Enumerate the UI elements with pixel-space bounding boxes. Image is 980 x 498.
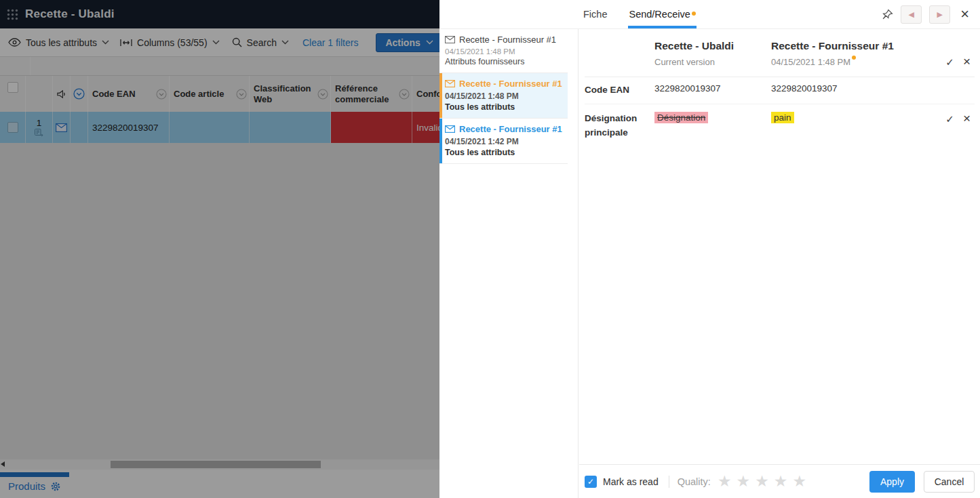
list-item[interactable]: Recette - Fournisseur #1 04/15/2021 1:48… <box>439 29 568 73</box>
compare-pane: Recette - Ubaldi Current version Recette… <box>579 29 980 464</box>
active-tab-underline <box>628 26 696 28</box>
compare-right-version: Recette - Fournisseur #1 04/15/2021 1:48… <box>771 40 933 67</box>
envelope-icon <box>445 125 455 133</box>
notification-dot <box>692 12 696 16</box>
tab-fiche[interactable]: Fiche <box>583 0 607 28</box>
panel-tab-bar: Fiche Send/Receive ◀ ▶ × <box>439 0 980 29</box>
panel-footer: ✓ Mark as read Quality: ★ ★ ★ ★ ★ Apply … <box>579 464 980 498</box>
compare-row-designation: Désignation principale Désignation pain … <box>585 104 975 146</box>
reject-all-icon[interactable]: × <box>963 56 971 68</box>
cancel-button[interactable]: Cancel <box>924 471 975 493</box>
left-version-subtitle: Current version <box>654 57 771 67</box>
attribute-label: Désignation principale <box>585 112 654 140</box>
dimmed-overlay <box>0 0 439 498</box>
message-title: Recette - Fournisseur #1 <box>459 35 556 45</box>
previous-message-button[interactable]: ◀ <box>901 5 922 24</box>
prev-arrow-icon: ◀ <box>908 10 914 19</box>
left-value: 3229820019307 <box>654 83 771 94</box>
accept-all-icon[interactable]: ✓ <box>945 56 954 68</box>
left-version-title: Recette - Ubaldi <box>654 40 771 52</box>
star-icon[interactable]: ★ <box>737 474 751 489</box>
next-arrow-icon: ▶ <box>937 10 942 19</box>
message-subject: Tous les attributs <box>445 148 564 157</box>
star-icon[interactable]: ★ <box>755 474 769 489</box>
message-date: 04/15/2021 1:48 PM <box>445 47 564 56</box>
compare-left-version: Recette - Ubaldi Current version <box>654 40 771 67</box>
divider <box>669 476 669 488</box>
star-icon[interactable]: ★ <box>774 474 788 489</box>
compare-header: Recette - Ubaldi Current version Recette… <box>585 29 975 77</box>
message-subject: Tous les attributs <box>445 102 564 112</box>
tab-send-receive[interactable]: Send/Receive <box>629 0 695 28</box>
star-icon[interactable]: ★ <box>718 474 732 489</box>
right-version-title: Recette - Fournisseur #1 <box>771 40 933 52</box>
envelope-icon <box>445 80 455 87</box>
removed-value-chip: Désignation <box>654 112 708 123</box>
right-version-subtitle: 04/15/2021 1:48 PM <box>771 57 933 67</box>
screen: Recette - Ubaldi Tous les attributs Colu… <box>0 0 980 498</box>
envelope-icon <box>445 36 455 43</box>
reject-change-icon[interactable]: × <box>963 113 971 125</box>
message-date: 04/15/2021 1:48 PM <box>445 91 564 101</box>
tab-fiche-label: Fiche <box>583 9 607 20</box>
quality-rating: ★ ★ ★ ★ ★ <box>718 474 806 489</box>
compare-row-code-ean: Code EAN 3229820019307 3229820019307 <box>585 77 975 104</box>
message-list: Recette - Fournisseur #1 04/15/2021 1:48… <box>439 29 579 498</box>
tab-send-receive-label: Send/Receive <box>629 9 690 20</box>
mark-as-read-checkbox[interactable]: ✓ <box>585 476 597 488</box>
pin-icon[interactable] <box>882 9 893 20</box>
mark-as-read-label: Mark as read <box>603 476 659 487</box>
message-subject: Attributs fournisseurs <box>445 57 564 66</box>
added-value-chip: pain <box>771 112 794 123</box>
right-value: 3229820019307 <box>771 83 933 94</box>
check-icon: ✓ <box>587 477 594 486</box>
apply-button[interactable]: Apply <box>869 471 915 493</box>
list-item-selected[interactable]: Recette - Fournisseur #1 04/15/2021 1:48… <box>439 73 568 119</box>
side-panel: Fiche Send/Receive ◀ ▶ × <box>439 0 980 498</box>
list-item[interactable]: Recette - Fournisseur #1 04/15/2021 1:42… <box>439 119 568 164</box>
message-title: Recette - Fournisseur #1 <box>459 79 562 89</box>
notification-dot <box>852 56 856 60</box>
next-message-button[interactable]: ▶ <box>929 5 950 24</box>
attribute-label: Code EAN <box>585 83 654 98</box>
quality-label: Quality: <box>678 476 711 487</box>
message-date: 04/15/2021 1:42 PM <box>445 137 564 146</box>
accept-change-icon[interactable]: ✓ <box>945 113 954 125</box>
message-title: Recette - Fournisseur #1 <box>459 124 562 134</box>
close-icon[interactable]: × <box>960 7 969 22</box>
star-icon[interactable]: ★ <box>792 474 806 489</box>
